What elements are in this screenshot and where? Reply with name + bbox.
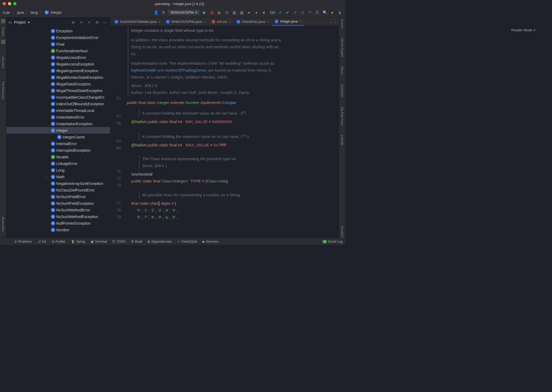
collapse-icon[interactable]: ≡ (86, 19, 92, 25)
rollback-icon[interactable]: ↶ (307, 10, 313, 15)
tab-urls.txt[interactable]: urls.txt× (209, 18, 233, 26)
translate-icon[interactable]: 文 (314, 10, 320, 15)
bot-deps[interactable]: ⊞Dependencies (147, 240, 172, 243)
tree-item-nosuchfieldexception[interactable]: CNoSuchFieldException (6, 200, 110, 207)
tree-item-linkageerror[interactable]: CLinkageError (6, 160, 110, 167)
tab-writeurlstofile.java[interactable]: WriteUrlsToFile.java× (163, 18, 208, 26)
debug-icon[interactable]: 🐞 (209, 10, 215, 15)
tree-item-float[interactable]: CFloat (6, 41, 110, 47)
close-icon[interactable]: × (204, 20, 206, 24)
bot-git[interactable]: ⎇Git (37, 240, 46, 243)
bot-terminal[interactable]: ▣Terminal (91, 240, 107, 243)
event-log[interactable]: 1Event Log (323, 240, 343, 243)
bot-checkstyle[interactable]: ✓CheckStyle (177, 240, 197, 243)
folder-strip-icon[interactable] (1, 40, 5, 44)
close-icon[interactable]: × (158, 20, 160, 24)
tree-item-exception[interactable]: CException (6, 28, 110, 34)
bot-profiler[interactable]: ◔Profiler (51, 240, 65, 243)
close-icon[interactable]: × (267, 20, 269, 24)
tree-item-indexoutofboundsexception[interactable]: CIndexOutOfBoundsException (6, 101, 110, 107)
sidebar-view-icon[interactable]: ▭ (8, 20, 12, 24)
tree-item-nosuchfielderror[interactable]: CNoSuchFieldError (6, 193, 110, 200)
bot-problems[interactable]: ⊘Problems (14, 240, 32, 243)
tab-submiturlstobaidu.java[interactable]: SubmitUrlsToBaidu.java× (112, 18, 163, 26)
bc-0[interactable]: rt.jar (3, 10, 10, 15)
strip-pull-requests[interactable]: Pull Requests (2, 81, 5, 99)
tree-item-incompatibleclasschangeerr[interactable]: CIncompatibleClassChangeErr (6, 94, 110, 101)
tree-item-noclassdeffounderror[interactable]: CNoClassDefFoundError (6, 187, 110, 193)
tree-item-long[interactable]: ›CLong (6, 167, 110, 173)
target-icon[interactable]: ⊕ (70, 19, 76, 25)
tree-item-iterable[interactable]: CIterable (6, 154, 110, 160)
run-config-select[interactable]: WriteUrlsToFile ▾ (168, 10, 200, 15)
tree-item-illegalthreadstateexception[interactable]: CIllegalThreadStateException (6, 87, 110, 94)
tool3-icon[interactable]: ● (246, 10, 252, 15)
editor-tabs[interactable]: SubmitUrlsToBaidu.java×WriteUrlsToFile.j… (110, 18, 339, 26)
project-tree[interactable]: CExceptionCExceptionInInitializerErrorCF… (6, 27, 110, 238)
bc-1[interactable]: java (17, 10, 24, 15)
maximize-icon[interactable] (13, 2, 16, 5)
tree-item-illegalaccesserror[interactable]: CIllegalAccessError (6, 54, 110, 61)
sidebar-title[interactable]: Project (14, 20, 26, 24)
chevron-down-icon[interactable]: ▾ (28, 20, 30, 24)
add-config-icon[interactable]: 👤 (153, 10, 159, 15)
strip-bookmarks[interactable]: Bookmarks (2, 217, 5, 232)
stop-icon[interactable]: ■ (261, 10, 267, 15)
minimize-icon[interactable] (8, 2, 11, 5)
strip-structure[interactable]: Structure (2, 57, 5, 69)
tree-item-illegalstateexception[interactable]: CIllegalStateException (6, 81, 110, 87)
tab-integer.java[interactable]: Integer.java× (272, 18, 304, 26)
strip-maven[interactable]: Maven (341, 66, 344, 75)
avatar-icon[interactable]: ● (329, 10, 335, 15)
project-strip-icon[interactable] (1, 19, 5, 23)
strip-database[interactable]: Database (341, 85, 344, 97)
tree-item-illegalaccessexception[interactable]: CIllegalAccessException (6, 61, 110, 67)
window-controls[interactable] (3, 2, 16, 5)
strip-project[interactable]: Project (2, 27, 5, 36)
link-highestonebit[interactable]: highestOneBit (131, 68, 156, 72)
close-icon[interactable]: × (299, 19, 301, 24)
git-commit-icon[interactable]: ✔ (285, 10, 291, 15)
run-icon[interactable]: ▶ (201, 10, 207, 15)
tree-item-number[interactable]: CNumber (6, 227, 110, 233)
tree-item-internalerror[interactable]: CInternalError (6, 140, 110, 147)
link-numberoftrailingzeros[interactable]: numberOfTrailingZeros (165, 68, 206, 72)
tree-item-illegalmonitorstateexception[interactable]: CIllegalMonitorStateException (6, 74, 110, 81)
profile-icon[interactable]: ◔ (224, 10, 230, 15)
bc-2[interactable]: lang (31, 10, 38, 15)
tree-item-integercache[interactable]: CIntegerCache (6, 134, 110, 140)
strip-bigdata[interactable]: Big Data Tools (341, 107, 344, 126)
strip-copilot[interactable]: GitHub Copilot (341, 38, 344, 57)
history-icon[interactable]: ◷ (300, 10, 305, 15)
tree-item-negativearraysizeexception[interactable]: CNegativeArraySizeException (6, 180, 110, 187)
tool1-icon[interactable]: ▦ (231, 10, 237, 15)
strip-search[interactable]: Search (341, 19, 344, 28)
tree-item-functionalinterface[interactable]: CFunctionalInterface (6, 47, 110, 54)
strip-visualgc[interactable]: VisualGC (341, 226, 344, 238)
code-area[interactable]: 52 57 58 63 64 71 72 73 77 78 79 Integer… (110, 26, 339, 238)
expand-icon[interactable]: ≡ (78, 19, 84, 25)
close-icon[interactable] (3, 2, 6, 5)
bot-services[interactable]: ▶Services (203, 240, 218, 243)
code-content[interactable]: Integer contains a single field whose ty… (126, 26, 339, 238)
bot-build[interactable]: ⚒Build (131, 240, 142, 243)
tree-item-nosuchmethoderror[interactable]: CNoSuchMethodError (6, 207, 110, 213)
tree-item-illegalargumentexception[interactable]: CIllegalArgumentException (6, 67, 110, 74)
gear-icon[interactable]: ⚙ (94, 19, 100, 25)
tree-item-nosuchmethodexception[interactable]: CNoSuchMethodException (6, 213, 110, 220)
tree-item-math[interactable]: ›CMath (6, 173, 110, 180)
tool4-icon[interactable]: ● (253, 10, 259, 15)
coverage-icon[interactable]: ◐ (216, 10, 222, 15)
bc-3[interactable]: Integer (50, 10, 62, 15)
breadcrumb[interactable]: rt.jar〉 java〉 lang〉 C Integer (3, 10, 62, 15)
tree-item-instantiationerror[interactable]: CInstantiationError (6, 114, 110, 120)
tree-item-integer[interactable]: ⌄CInteger (6, 127, 110, 134)
jb-icon[interactable]: ◗ (337, 10, 343, 15)
tree-item-nullpointerexception[interactable]: CNullPointerException (6, 220, 110, 227)
tool2-icon[interactable]: ▦ (239, 10, 244, 15)
close-icon[interactable]: × (229, 20, 231, 24)
search-icon[interactable]: 🔍 (322, 10, 328, 15)
bot-todo[interactable]: ☰TODO (112, 240, 125, 243)
tree-item-instantiationexception[interactable]: CInstantiationException (6, 120, 110, 127)
tree-item-interruptedexception[interactable]: CInterruptedException (6, 147, 110, 154)
